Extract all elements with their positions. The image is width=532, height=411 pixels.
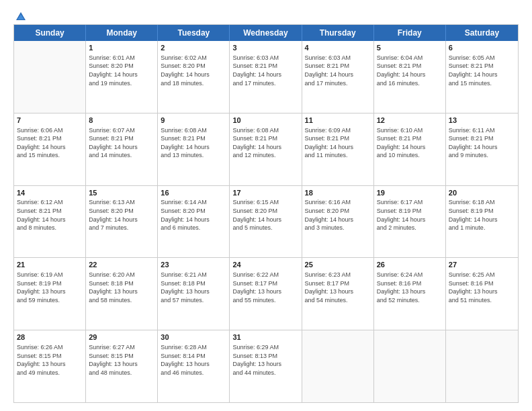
calendar-cell: 27Sunrise: 6:25 AM Sunset: 8:16 PM Dayli… <box>446 258 518 330</box>
day-number: 28 <box>17 332 83 342</box>
day-number: 26 <box>377 260 443 270</box>
calendar-cell: 18Sunrise: 6:16 AM Sunset: 8:20 PM Dayli… <box>302 186 374 258</box>
page: SundayMondayTuesdayWednesdayThursdayFrid… <box>0 0 532 411</box>
day-number: 20 <box>449 188 515 198</box>
header-cell-thursday: Thursday <box>302 25 374 41</box>
calendar-week-2: 7Sunrise: 6:06 AM Sunset: 8:21 PM Daylig… <box>14 113 518 186</box>
header-cell-monday: Monday <box>86 25 158 41</box>
day-number: 4 <box>305 43 371 53</box>
day-content: Sunrise: 6:25 AM Sunset: 8:16 PM Dayligh… <box>449 271 515 304</box>
day-number: 21 <box>17 260 83 270</box>
day-content: Sunrise: 6:03 AM Sunset: 8:21 PM Dayligh… <box>232 54 298 87</box>
calendar-cell: 21Sunrise: 6:19 AM Sunset: 8:19 PM Dayli… <box>14 258 86 330</box>
day-number: 7 <box>17 116 83 126</box>
calendar-cell: 5Sunrise: 6:04 AM Sunset: 8:21 PM Daylig… <box>374 41 446 113</box>
calendar-cell: 9Sunrise: 6:08 AM Sunset: 8:21 PM Daylig… <box>158 113 230 185</box>
day-number: 6 <box>449 43 515 53</box>
day-content: Sunrise: 6:28 AM Sunset: 8:14 PM Dayligh… <box>161 343 226 377</box>
calendar-body: 1Sunrise: 6:01 AM Sunset: 8:20 PM Daylig… <box>14 41 518 402</box>
day-content: Sunrise: 6:17 AM Sunset: 8:19 PM Dayligh… <box>377 198 443 232</box>
calendar-cell: 26Sunrise: 6:24 AM Sunset: 8:16 PM Dayli… <box>374 258 446 330</box>
calendar-cell: 15Sunrise: 6:13 AM Sunset: 8:20 PM Dayli… <box>86 186 158 258</box>
calendar-cell <box>446 330 518 402</box>
day-content: Sunrise: 6:08 AM Sunset: 8:21 PM Dayligh… <box>161 126 226 160</box>
day-number: 5 <box>377 43 443 53</box>
day-content: Sunrise: 6:05 AM Sunset: 8:21 PM Dayligh… <box>449 54 515 87</box>
calendar-cell: 19Sunrise: 6:17 AM Sunset: 8:19 PM Dayli… <box>374 186 446 258</box>
calendar-cell: 14Sunrise: 6:12 AM Sunset: 8:21 PM Dayli… <box>14 186 86 258</box>
calendar-header: SundayMondayTuesdayWednesdayThursdayFrid… <box>14 25 518 41</box>
day-number: 30 <box>161 332 226 342</box>
calendar-cell: 3Sunrise: 6:03 AM Sunset: 8:21 PM Daylig… <box>230 41 302 113</box>
calendar-week-3: 14Sunrise: 6:12 AM Sunset: 8:21 PM Dayli… <box>14 186 518 259</box>
day-content: Sunrise: 6:16 AM Sunset: 8:20 PM Dayligh… <box>305 198 371 232</box>
day-number: 19 <box>377 188 443 198</box>
calendar-cell: 23Sunrise: 6:21 AM Sunset: 8:18 PM Dayli… <box>158 258 230 330</box>
day-number: 31 <box>232 332 298 342</box>
calendar-cell: 1Sunrise: 6:01 AM Sunset: 8:20 PM Daylig… <box>86 41 158 113</box>
day-content: Sunrise: 6:22 AM Sunset: 8:17 PM Dayligh… <box>232 271 298 304</box>
calendar-cell: 31Sunrise: 6:29 AM Sunset: 8:13 PM Dayli… <box>230 330 302 402</box>
calendar-cell: 6Sunrise: 6:05 AM Sunset: 8:21 PM Daylig… <box>446 41 518 113</box>
calendar-week-4: 21Sunrise: 6:19 AM Sunset: 8:19 PM Dayli… <box>14 258 518 330</box>
day-number: 8 <box>89 116 154 126</box>
calendar-cell <box>14 41 86 113</box>
header-cell-saturday: Saturday <box>446 25 518 41</box>
calendar-cell: 8Sunrise: 6:07 AM Sunset: 8:21 PM Daylig… <box>86 113 158 185</box>
header-cell-tuesday: Tuesday <box>158 25 230 41</box>
day-content: Sunrise: 6:27 AM Sunset: 8:15 PM Dayligh… <box>89 343 154 377</box>
day-content: Sunrise: 6:01 AM Sunset: 8:20 PM Dayligh… <box>89 54 154 87</box>
logo <box>13 11 27 20</box>
day-number: 29 <box>89 332 154 342</box>
day-number: 27 <box>449 260 515 270</box>
day-content: Sunrise: 6:11 AM Sunset: 8:21 PM Dayligh… <box>449 126 515 160</box>
calendar-cell: 30Sunrise: 6:28 AM Sunset: 8:14 PM Dayli… <box>158 330 230 402</box>
day-content: Sunrise: 6:02 AM Sunset: 8:20 PM Dayligh… <box>161 54 226 87</box>
calendar-cell <box>374 330 446 402</box>
day-content: Sunrise: 6:08 AM Sunset: 8:21 PM Dayligh… <box>232 126 298 160</box>
calendar-cell: 28Sunrise: 6:26 AM Sunset: 8:15 PM Dayli… <box>14 330 86 402</box>
day-content: Sunrise: 6:24 AM Sunset: 8:16 PM Dayligh… <box>377 271 443 304</box>
day-content: Sunrise: 6:14 AM Sunset: 8:20 PM Dayligh… <box>161 198 226 232</box>
day-number: 16 <box>161 188 226 198</box>
logo-icon <box>15 11 27 23</box>
day-content: Sunrise: 6:19 AM Sunset: 8:19 PM Dayligh… <box>17 271 83 304</box>
day-content: Sunrise: 6:26 AM Sunset: 8:15 PM Dayligh… <box>17 343 83 377</box>
day-number: 10 <box>232 116 298 126</box>
calendar-cell: 29Sunrise: 6:27 AM Sunset: 8:15 PM Dayli… <box>86 330 158 402</box>
calendar-cell: 17Sunrise: 6:15 AM Sunset: 8:20 PM Dayli… <box>230 186 302 258</box>
day-content: Sunrise: 6:12 AM Sunset: 8:21 PM Dayligh… <box>17 198 83 232</box>
day-content: Sunrise: 6:10 AM Sunset: 8:21 PM Dayligh… <box>377 126 443 160</box>
header-cell-friday: Friday <box>374 25 446 41</box>
day-content: Sunrise: 6:29 AM Sunset: 8:13 PM Dayligh… <box>232 343 298 377</box>
calendar-cell: 11Sunrise: 6:09 AM Sunset: 8:21 PM Dayli… <box>302 113 374 185</box>
calendar-cell: 22Sunrise: 6:20 AM Sunset: 8:18 PM Dayli… <box>86 258 158 330</box>
day-number: 14 <box>17 188 83 198</box>
calendar: SundayMondayTuesdayWednesdayThursdayFrid… <box>13 24 519 403</box>
calendar-cell: 20Sunrise: 6:18 AM Sunset: 8:19 PM Dayli… <box>446 186 518 258</box>
day-content: Sunrise: 6:09 AM Sunset: 8:21 PM Dayligh… <box>305 126 371 160</box>
day-number: 15 <box>89 188 154 198</box>
calendar-week-5: 28Sunrise: 6:26 AM Sunset: 8:15 PM Dayli… <box>14 330 518 402</box>
calendar-cell <box>302 330 374 402</box>
day-number: 22 <box>89 260 154 270</box>
day-content: Sunrise: 6:20 AM Sunset: 8:18 PM Dayligh… <box>89 271 154 304</box>
header-cell-sunday: Sunday <box>14 25 86 41</box>
calendar-cell: 16Sunrise: 6:14 AM Sunset: 8:20 PM Dayli… <box>158 186 230 258</box>
day-number: 23 <box>161 260 226 270</box>
calendar-cell: 10Sunrise: 6:08 AM Sunset: 8:21 PM Dayli… <box>230 113 302 185</box>
day-content: Sunrise: 6:13 AM Sunset: 8:20 PM Dayligh… <box>89 198 154 232</box>
day-number: 12 <box>377 116 443 126</box>
header-cell-wednesday: Wednesday <box>230 25 302 41</box>
day-number: 1 <box>89 43 154 53</box>
day-content: Sunrise: 6:18 AM Sunset: 8:19 PM Dayligh… <box>449 198 515 232</box>
day-content: Sunrise: 6:07 AM Sunset: 8:21 PM Dayligh… <box>89 126 154 160</box>
day-content: Sunrise: 6:23 AM Sunset: 8:17 PM Dayligh… <box>305 271 371 304</box>
calendar-cell: 2Sunrise: 6:02 AM Sunset: 8:20 PM Daylig… <box>158 41 230 113</box>
day-content: Sunrise: 6:21 AM Sunset: 8:18 PM Dayligh… <box>161 271 226 304</box>
day-number: 25 <box>305 260 371 270</box>
calendar-cell: 12Sunrise: 6:10 AM Sunset: 8:21 PM Dayli… <box>374 113 446 185</box>
calendar-week-1: 1Sunrise: 6:01 AM Sunset: 8:20 PM Daylig… <box>14 41 518 113</box>
calendar-cell: 13Sunrise: 6:11 AM Sunset: 8:21 PM Dayli… <box>446 113 518 185</box>
day-number: 3 <box>232 43 298 53</box>
